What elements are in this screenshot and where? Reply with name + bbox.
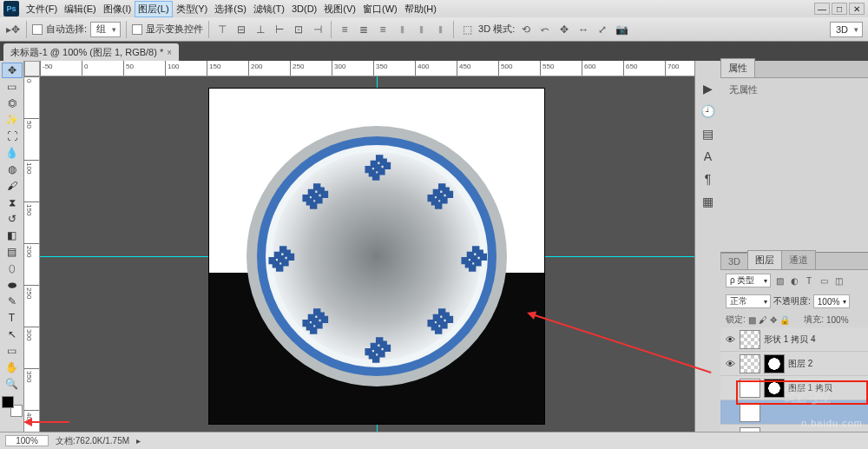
move-tool[interactable]: ✥ xyxy=(2,63,23,78)
mode-3d-icon[interactable]: ⬚ xyxy=(459,22,475,37)
filter-smart-icon[interactable]: ◫ xyxy=(832,274,845,287)
lock-position-icon[interactable]: ✥ xyxy=(770,315,777,325)
menu-type[interactable]: 类型(Y) xyxy=(173,1,212,17)
dist-bottom-icon[interactable]: ≡ xyxy=(375,22,391,37)
layer-thumbnail[interactable] xyxy=(740,330,760,349)
marquee-tool[interactable]: ▭ xyxy=(2,79,23,95)
filter-shape-icon[interactable]: ▭ xyxy=(818,274,830,287)
dist-right-icon[interactable]: ⦀ xyxy=(432,22,448,37)
doc-info-arrow-icon[interactable]: ▸ xyxy=(136,436,141,446)
stamp-tool[interactable]: ⧗ xyxy=(2,195,23,210)
pen-tool[interactable]: ✎ xyxy=(2,294,23,309)
3d-slide-icon[interactable]: ↔ xyxy=(575,22,591,37)
lasso-tool[interactable]: ⏣ xyxy=(2,96,23,111)
history-panel-icon[interactable]: 🕘 xyxy=(700,104,715,118)
3d-camera-icon[interactable]: 📷 xyxy=(614,22,629,37)
close-icon[interactable]: ✕ xyxy=(849,3,865,15)
document-canvas[interactable]: ◆◆◆◆◆◆◆◆◆ ◆◆◆◆◆◆◆◆◆ ◆◆◆◆◆◆◆◆◆ ◆◆◆◆◆◆◆◆◆ … xyxy=(209,89,544,424)
3d-pan-icon[interactable]: ✥ xyxy=(556,22,572,37)
menu-help[interactable]: 帮助(H) xyxy=(401,1,440,17)
menu-layer[interactable]: 图层(L) xyxy=(135,1,172,17)
healing-tool[interactable]: ◍ xyxy=(2,162,23,177)
lock-all-icon[interactable]: 🔒 xyxy=(779,315,790,325)
tab-3d[interactable]: 3D xyxy=(720,253,748,269)
zoom-tool[interactable]: 🔍 xyxy=(2,376,23,392)
visibility-toggle-icon[interactable]: 👁 xyxy=(724,359,736,369)
layer-name[interactable]: 形状 1 拷贝 4 xyxy=(764,333,815,346)
shape-tool[interactable]: ▭ xyxy=(2,343,23,359)
move-tool-preset-icon[interactable]: ▸✥ xyxy=(5,22,21,37)
auto-select-checkbox[interactable] xyxy=(32,24,43,35)
ruler-origin[interactable] xyxy=(24,61,40,76)
layer-name[interactable]: 图层 2 xyxy=(788,358,812,370)
auto-select-dropdown[interactable]: 组 xyxy=(90,22,121,37)
maximize-icon[interactable]: □ xyxy=(832,3,847,15)
actions-panel-icon[interactable]: ▤ xyxy=(702,127,713,141)
paragraph-panel-icon[interactable]: ¶ xyxy=(705,172,712,186)
dist-top-icon[interactable]: ≡ xyxy=(337,22,352,37)
filter-type-icon[interactable]: T xyxy=(803,274,815,287)
lock-transparent-icon[interactable]: ▩ xyxy=(748,315,756,325)
layer-name[interactable]: 图层 1 拷贝 xyxy=(788,382,832,394)
3d-roll-icon[interactable]: ⤺ xyxy=(537,22,553,37)
path-select-tool[interactable]: ↖ xyxy=(2,327,23,342)
brush-tool[interactable]: 🖌 xyxy=(2,178,23,194)
menu-window[interactable]: 窗口(W) xyxy=(359,1,401,17)
align-vcenter-icon[interactable]: ⊟ xyxy=(233,22,249,37)
hand-tool[interactable]: ✋ xyxy=(2,360,23,375)
blend-mode-dropdown[interactable]: 正常 xyxy=(726,294,771,308)
workspace-dropdown[interactable]: 3D xyxy=(830,22,863,37)
document-tab[interactable]: 未标题-1 @ 100% (图层 1, RGB/8) * × xyxy=(3,43,179,62)
layer-row[interactable]: 图层 1 拷贝 xyxy=(720,376,868,400)
character-panel-icon[interactable]: A xyxy=(704,149,712,163)
properties-tab[interactable]: 属性 xyxy=(720,58,755,77)
align-left-icon[interactable]: ⊢ xyxy=(272,22,287,37)
layer-kind-dropdown[interactable]: ρ 类型 xyxy=(726,274,771,287)
menu-select[interactable]: 选择(S) xyxy=(211,1,250,17)
layer-thumbnail[interactable] xyxy=(740,354,760,373)
layer-thumbnail[interactable] xyxy=(740,403,760,422)
menu-file[interactable]: 文件(F) xyxy=(23,1,61,17)
magic-wand-tool[interactable]: ✨ xyxy=(2,112,23,128)
lock-pixels-icon[interactable]: 🖌 xyxy=(759,315,767,325)
horizontal-ruler[interactable]: -500501001502002503003504004505005506006… xyxy=(40,61,694,76)
menu-edit[interactable]: 编辑(E) xyxy=(61,1,100,17)
expand-dock-icon[interactable]: ▶ xyxy=(703,82,713,96)
align-top-icon[interactable]: ⊤ xyxy=(214,22,230,37)
type-tool[interactable]: T xyxy=(2,310,23,326)
color-swatches[interactable] xyxy=(2,396,23,417)
blur-tool[interactable]: ⬯ xyxy=(2,261,23,276)
menu-3d[interactable]: 3D(D) xyxy=(288,2,320,16)
filter-pixel-icon[interactable]: ▧ xyxy=(773,274,786,287)
tab-close-icon[interactable]: × xyxy=(167,48,172,57)
dist-vcenter-icon[interactable]: ≣ xyxy=(356,22,372,37)
fill-field[interactable]: 100% xyxy=(826,315,863,325)
menu-filter[interactable]: 滤镜(T) xyxy=(250,1,288,17)
layer-row[interactable] xyxy=(720,400,868,425)
menu-view[interactable]: 视图(V) xyxy=(320,1,359,17)
minimize-icon[interactable]: — xyxy=(814,3,830,15)
tab-layers[interactable]: 图层 xyxy=(747,250,782,269)
visibility-toggle-icon[interactable]: 👁 xyxy=(724,334,736,345)
crop-tool[interactable]: ⛶ xyxy=(2,129,23,144)
3d-orbit-icon[interactable]: ⟲ xyxy=(518,22,534,37)
foreground-color-swatch[interactable] xyxy=(2,396,14,408)
dodge-tool[interactable]: ⬬ xyxy=(2,277,23,293)
show-transform-checkbox[interactable] xyxy=(132,24,142,35)
eyedropper-tool[interactable]: 💧 xyxy=(2,145,23,161)
layer-row[interactable]: 👁图层 2 xyxy=(720,352,868,376)
layer-mask-thumbnail[interactable] xyxy=(764,379,785,398)
swatches-panel-icon[interactable]: ▦ xyxy=(702,195,713,208)
tab-channels[interactable]: 通道 xyxy=(781,250,816,269)
gradient-tool[interactable]: ▤ xyxy=(2,244,23,260)
vertical-ruler[interactable]: 050100150200250300350400 xyxy=(24,76,40,432)
3d-zoom-icon[interactable]: ⤢ xyxy=(595,22,610,37)
canvas-viewport[interactable]: ◆◆◆◆◆◆◆◆◆ ◆◆◆◆◆◆◆◆◆ ◆◆◆◆◆◆◆◆◆ ◆◆◆◆◆◆◆◆◆ … xyxy=(40,76,694,432)
dist-left-icon[interactable]: ⦀ xyxy=(394,22,410,37)
align-right-icon[interactable]: ⊣ xyxy=(310,22,326,37)
dist-hcenter-icon[interactable]: ⦀ xyxy=(413,22,429,37)
layer-mask-thumbnail[interactable] xyxy=(764,354,785,373)
menu-image[interactable]: 图像(I) xyxy=(100,1,135,17)
layer-row[interactable]: 👁形状 1 拷贝 4 xyxy=(720,327,868,352)
history-brush-tool[interactable]: ↺ xyxy=(2,211,23,227)
